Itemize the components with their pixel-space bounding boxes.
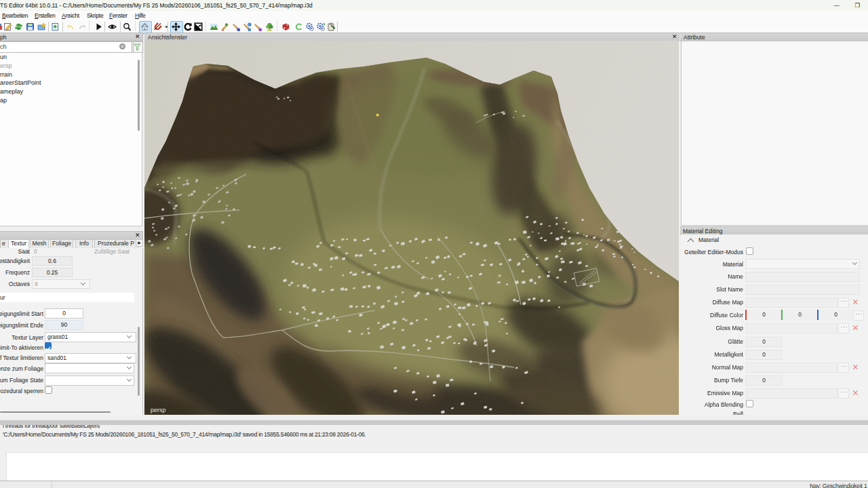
svg-text:i: i: [249, 23, 250, 26]
